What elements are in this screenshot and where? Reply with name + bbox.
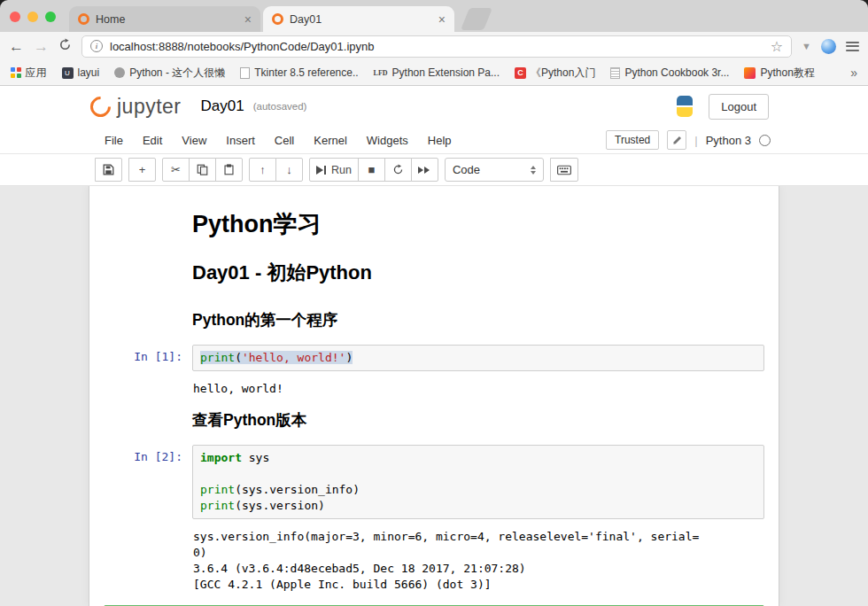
trusted-badge[interactable]: Trusted <box>606 130 659 150</box>
back-button[interactable]: ← <box>9 39 24 54</box>
tab-home[interactable]: Home × <box>69 6 260 32</box>
close-window-button[interactable] <box>10 12 20 22</box>
traffic-lights <box>10 12 56 22</box>
copy-cell-button[interactable] <box>189 158 216 182</box>
menu-insert[interactable]: Insert <box>216 134 265 147</box>
run-icon-bar <box>324 166 326 175</box>
autosave-status: (autosaved) <box>253 101 307 112</box>
code-input[interactable]: import sys print(sys.version_info)print(… <box>192 445 764 519</box>
restart-kernel-button[interactable] <box>384 158 412 182</box>
tab-title: Day01 <box>290 13 432 26</box>
downloads-arrow-icon[interactable]: ▼ <box>802 41 811 51</box>
address-bar[interactable]: i localhost:8888/notebooks/PythonCode/Da… <box>81 35 792 58</box>
save-icon <box>103 164 114 175</box>
menu-file[interactable]: File <box>95 134 133 147</box>
keyboard-icon <box>557 165 571 175</box>
new-tab-button[interactable] <box>461 8 492 30</box>
jupyter-logo-icon <box>86 92 115 121</box>
bookmark-cookbook[interactable]: Python Cookbook 3r... <box>610 66 729 79</box>
bookmark-label: Python教程 <box>760 66 814 81</box>
tab-day01[interactable]: Day01 × <box>263 6 454 32</box>
fast-forward-icon <box>418 167 430 174</box>
site-info-icon[interactable]: i <box>90 40 103 52</box>
add-cell-button[interactable]: + <box>128 158 156 182</box>
markdown-cell-h1[interactable]: Python学习 <box>104 208 764 240</box>
bookmark-lfd[interactable]: LFD Python Extension Pa... <box>374 66 500 79</box>
kernel-idle-icon <box>759 135 771 146</box>
extension-globe-icon[interactable] <box>821 39 836 54</box>
bookmark-label: Python Cookbook 3r... <box>624 66 729 79</box>
restart-icon <box>392 164 404 175</box>
browser-menu-icon[interactable] <box>846 42 859 51</box>
bookmark-label: 应用 <box>26 66 47 81</box>
cell-2-output: sys.version_info(major=3, minor=6, micro… <box>192 523 764 593</box>
input-prompt: In [2]: <box>104 445 192 519</box>
reload-button[interactable] <box>58 38 72 54</box>
interrupt-kernel-button[interactable]: ■ <box>358 158 385 182</box>
bookmark-layui[interactable]: U layui <box>62 66 100 79</box>
feather-favicon-icon <box>744 67 756 79</box>
tab-close-icon[interactable]: × <box>438 13 446 26</box>
menu-help[interactable]: Help <box>418 134 461 147</box>
markdown-cell-h3b[interactable]: 查看Python版本 <box>104 409 764 431</box>
jupyter-logo-text: jupyter <box>117 95 182 119</box>
jupyter-favicon-icon <box>272 13 283 25</box>
forward-button[interactable]: → <box>34 39 49 54</box>
menu-kernel[interactable]: Kernel <box>304 134 357 147</box>
code-cell-1[interactable]: In [1]: print('hello, world!') <box>104 345 764 371</box>
run-button[interactable]: Run <box>309 158 359 182</box>
bookmark-python-lazy[interactable]: Python - 这个人很懒 <box>114 66 225 81</box>
run-label: Run <box>331 164 352 176</box>
markdown-cell-h3a[interactable]: Python的第一个程序 <box>104 309 764 330</box>
logout-button[interactable]: Logout <box>709 94 769 120</box>
code-input[interactable]: print('hello, world!') <box>192 345 764 371</box>
markdown-cell-h2[interactable]: Day01 - 初始Python <box>104 260 764 286</box>
copy-icon <box>197 164 208 175</box>
heading-2: Day01 - 初始Python <box>192 260 764 286</box>
layui-favicon-icon: U <box>62 67 74 79</box>
command-palette-button[interactable] <box>550 158 578 182</box>
jupyter-page: jupyter Day01 (autosaved) Logout File Ed… <box>0 86 868 606</box>
menu-cell[interactable]: Cell <box>265 134 304 147</box>
jupyter-logo[interactable]: jupyter <box>90 95 182 119</box>
bookmarks-overflow-chevron[interactable]: » <box>850 66 857 80</box>
divider: | <box>694 134 697 147</box>
menu-edit[interactable]: Edit <box>133 134 172 147</box>
bookmark-apps[interactable]: 应用 <box>11 66 47 81</box>
edit-title-button[interactable] <box>667 130 686 150</box>
c-site-favicon-icon: C <box>515 67 526 79</box>
bookmark-tutorial[interactable]: Python教程 <box>744 66 814 81</box>
url-text: localhost:8888/notebooks/PythonCode/Day0… <box>110 40 763 53</box>
book-favicon-icon <box>610 67 620 79</box>
bookmark-label: 《Python入门 <box>531 66 595 81</box>
cell-type-select[interactable]: Code <box>445 158 544 182</box>
cut-cell-button[interactable]: ✂ <box>162 158 190 182</box>
document-favicon-icon <box>240 67 250 79</box>
pencil-icon <box>672 136 682 145</box>
jupyter-menubar: File Edit View Insert Cell Kernel Widget… <box>0 127 868 154</box>
paste-cell-button[interactable] <box>215 158 243 182</box>
move-cell-down-button[interactable]: ↓ <box>275 158 303 182</box>
bookmark-tkinter[interactable]: Tkinter 8.5 reference.. <box>240 66 358 79</box>
code-cell-2[interactable]: In [2]: import sys print(sys.version_inf… <box>104 445 764 519</box>
bookmark-star-icon[interactable]: ☆ <box>771 38 783 55</box>
tab-strip: Home × Day01 × <box>0 0 868 32</box>
zoom-window-button[interactable] <box>45 12 56 22</box>
tab-close-icon[interactable]: × <box>244 13 252 26</box>
save-button[interactable] <box>95 158 122 182</box>
browser-toolbar: ← → i localhost:8888/notebooks/PythonCod… <box>0 32 868 60</box>
minimize-window-button[interactable] <box>27 12 38 22</box>
heading-3: Python的第一个程序 <box>192 309 764 330</box>
menu-widgets[interactable]: Widgets <box>357 134 418 147</box>
restart-run-all-button[interactable] <box>411 158 438 182</box>
python-logo-icon <box>673 95 696 118</box>
select-arrows-icon <box>531 166 536 175</box>
reload-icon <box>58 38 72 51</box>
notebook-title[interactable]: Day01 <box>201 97 244 115</box>
menu-view[interactable]: View <box>172 134 216 147</box>
bookmark-label: Python Extension Pa... <box>392 66 500 79</box>
lfd-favicon-icon: LFD <box>374 69 388 77</box>
run-icon <box>316 166 323 175</box>
bookmark-python-intro[interactable]: C 《Python入门 <box>515 66 595 81</box>
move-cell-up-button[interactable]: ↑ <box>249 158 276 182</box>
